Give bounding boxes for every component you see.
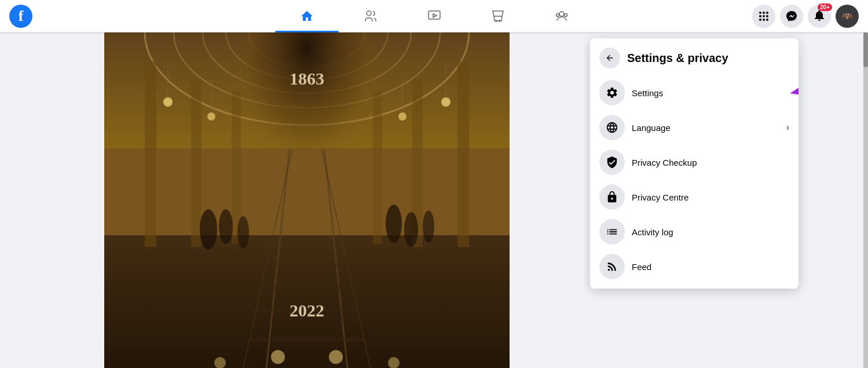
menu-item-activity-log[interactable]: Activity log	[590, 214, 799, 249]
svg-point-57	[271, 350, 285, 364]
activity-log-label: Activity log	[632, 227, 789, 237]
svg-point-2	[367, 11, 371, 16]
svg-text:2022: 2022	[290, 301, 324, 320]
arrow-annotation	[787, 81, 799, 104]
svg-rect-40	[457, 61, 469, 247]
scrollbar-thumb[interactable]	[863, 32, 868, 67]
svg-point-16	[759, 19, 761, 21]
feed-icon	[599, 254, 625, 279]
svg-rect-37	[145, 61, 156, 247]
svg-point-51	[200, 209, 217, 250]
privacy-centre-icon	[599, 184, 625, 210]
menu-item-privacy-centre[interactable]: Privacy Centre	[590, 180, 799, 214]
notifications-button[interactable]: 20+	[808, 5, 831, 28]
painting: 1863 2022	[104, 32, 510, 368]
svg-point-9	[564, 13, 567, 16]
svg-point-56	[423, 210, 434, 243]
svg-point-13	[759, 15, 761, 17]
svg-point-8	[556, 13, 559, 16]
back-button[interactable]	[599, 48, 620, 68]
privacy-checkup-label: Privacy Checkup	[632, 158, 789, 167]
svg-point-15	[766, 15, 768, 17]
svg-point-10	[759, 12, 761, 14]
settings-privacy-dropdown: Settings & privacy Settings	[590, 38, 799, 289]
dropdown-header: Settings & privacy	[590, 43, 799, 75]
privacy-checkup-icon	[599, 150, 625, 175]
language-icon	[599, 115, 625, 140]
menu-button[interactable]	[752, 5, 775, 28]
facebook-logo[interactable]: f	[9, 5, 32, 28]
svg-rect-3	[428, 11, 440, 19]
svg-point-14	[763, 15, 765, 17]
activity-log-icon	[599, 219, 625, 245]
language-arrow: ›	[786, 122, 789, 133]
nav-right: 20+ 🦇	[752, 5, 859, 28]
nav-left: f	[9, 5, 32, 28]
nav-tab-home[interactable]	[275, 0, 339, 32]
svg-rect-42	[373, 90, 382, 244]
painting-background: 1863 2022	[104, 32, 510, 368]
svg-point-45	[207, 112, 215, 121]
menu-item-language[interactable]: Language ›	[590, 110, 799, 145]
svg-point-64	[608, 269, 610, 271]
feed-label: Feed	[632, 262, 789, 272]
svg-point-53	[237, 216, 249, 249]
svg-point-58	[329, 350, 343, 364]
messenger-button[interactable]	[780, 5, 803, 28]
nav-tab-groups[interactable]	[530, 0, 594, 32]
menu-item-settings[interactable]: Settings	[590, 75, 799, 110]
svg-point-5	[496, 20, 497, 21]
notification-badge: 20+	[818, 3, 832, 11]
settings-icon	[599, 80, 625, 105]
svg-point-6	[499, 20, 500, 21]
nav-tab-marketplace[interactable]	[466, 0, 530, 32]
menu-item-privacy-checkup[interactable]: Privacy Checkup	[590, 145, 799, 180]
svg-point-12	[766, 12, 768, 14]
settings-label: Settings	[632, 88, 789, 98]
svg-marker-4	[433, 14, 437, 17]
nav-tabs	[275, 0, 594, 32]
svg-point-43	[163, 97, 173, 107]
svg-text:f: f	[19, 8, 24, 24]
svg-point-7	[559, 12, 564, 16]
nav-tab-friends[interactable]	[339, 0, 402, 32]
scrollbar-track	[863, 32, 868, 368]
svg-point-17	[763, 19, 765, 21]
profile-button[interactable]: 🦇	[836, 5, 859, 28]
menu-item-feed[interactable]: Feed	[590, 249, 799, 284]
svg-text:1863: 1863	[290, 69, 324, 88]
language-label: Language	[632, 123, 779, 133]
nav-tab-watch[interactable]	[402, 0, 466, 32]
svg-point-47	[441, 97, 451, 107]
svg-point-55	[404, 212, 418, 247]
dropdown-title: Settings & privacy	[627, 52, 728, 65]
svg-point-49	[398, 112, 406, 121]
navbar: f	[0, 0, 868, 32]
svg-point-54	[386, 205, 402, 243]
privacy-centre-label: Privacy Centre	[632, 192, 789, 202]
svg-rect-38	[191, 79, 202, 247]
main-content: 1863 2022 Settings & privacy	[0, 32, 868, 368]
svg-point-18	[766, 19, 768, 21]
left-panel: 1863 2022	[0, 32, 584, 368]
svg-point-52	[219, 209, 233, 244]
right-panel: Settings & privacy Settings	[584, 32, 868, 368]
svg-point-11	[763, 12, 765, 14]
